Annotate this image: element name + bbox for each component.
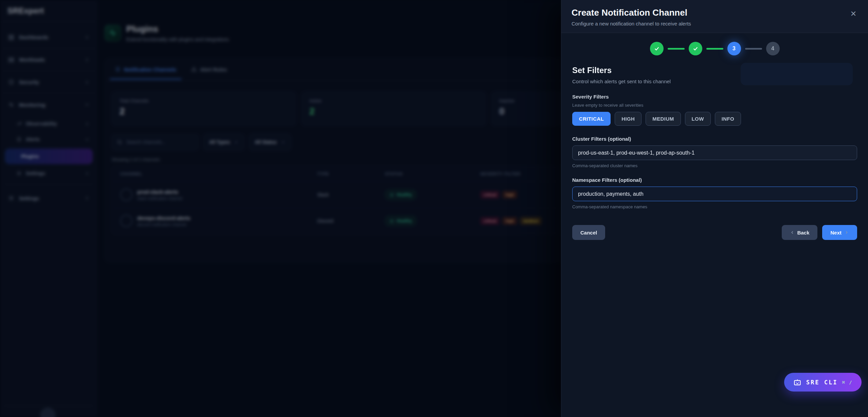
section-subtitle: Control which alerts get sent to this ch… bbox=[572, 79, 857, 84]
check-icon bbox=[654, 46, 660, 52]
drawer-header: Create Notification Channel Configure a … bbox=[561, 0, 868, 33]
step-1-complete bbox=[650, 42, 664, 55]
sre-cli-label: SRE CLI bbox=[806, 379, 838, 386]
footer-right-buttons: Back Next bbox=[782, 225, 857, 240]
section-title: Set Filters bbox=[572, 66, 857, 75]
step-3-active: 3 bbox=[727, 42, 741, 55]
severity-option-low[interactable]: LOW bbox=[685, 112, 711, 126]
severity-options-row: CRITICAL HIGH MEDIUM LOW INFO bbox=[572, 112, 857, 126]
severity-option-high[interactable]: HIGH bbox=[615, 112, 641, 126]
namespace-filters-input[interactable] bbox=[572, 187, 857, 201]
check-icon bbox=[692, 46, 699, 52]
drawer-title: Create Notification Channel bbox=[572, 7, 858, 18]
chevron-right-icon bbox=[844, 230, 849, 235]
step-4-upcoming: 4 bbox=[766, 42, 780, 55]
step-connector-todo bbox=[745, 48, 762, 50]
drawer-subtitle: Configure a new notification channel to … bbox=[572, 21, 858, 27]
cluster-filters-input[interactable] bbox=[572, 145, 857, 160]
cluster-filters-hint: Comma-separated cluster names bbox=[572, 163, 857, 168]
sre-cli-fab[interactable]: SRE CLI ⌘ / bbox=[784, 373, 862, 392]
create-channel-drawer: Create Notification Channel Configure a … bbox=[561, 0, 868, 417]
next-button-label: Next bbox=[830, 230, 842, 236]
next-button[interactable]: Next bbox=[822, 225, 857, 240]
drawer-footer: Cancel Back Next bbox=[561, 225, 868, 240]
severity-option-medium[interactable]: MEDIUM bbox=[646, 112, 681, 126]
sre-cli-shortcut: ⌘ / bbox=[842, 380, 853, 385]
namespace-filters-label: Namespace Filters (optional) bbox=[572, 177, 857, 183]
severity-option-info[interactable]: INFO bbox=[715, 112, 741, 126]
step-connector-done bbox=[706, 48, 723, 50]
back-button-label: Back bbox=[797, 230, 810, 236]
severity-option-critical[interactable]: CRITICAL bbox=[572, 112, 611, 126]
namespace-filters-hint: Comma-separated namespace names bbox=[572, 204, 857, 209]
chevron-left-icon bbox=[790, 230, 795, 235]
severity-filters-label: Severity Filters bbox=[572, 94, 857, 100]
step-2-complete bbox=[689, 42, 702, 55]
cancel-button[interactable]: Cancel bbox=[572, 225, 605, 240]
drawer-body: Set Filters Control which alerts get sen… bbox=[561, 57, 868, 209]
app-screen: SRExpert Dashboards Workloads bbox=[0, 0, 868, 417]
back-button[interactable]: Back bbox=[782, 225, 818, 240]
step-connector-done bbox=[668, 48, 685, 50]
severity-filters-hint: Leave empty to receive all severities bbox=[572, 103, 857, 108]
bot-icon bbox=[793, 378, 802, 387]
wizard-stepper: 3 4 bbox=[561, 33, 868, 57]
cluster-filters-label: Cluster Filters (optional) bbox=[572, 136, 857, 142]
close-icon[interactable]: ✕ bbox=[848, 9, 858, 19]
